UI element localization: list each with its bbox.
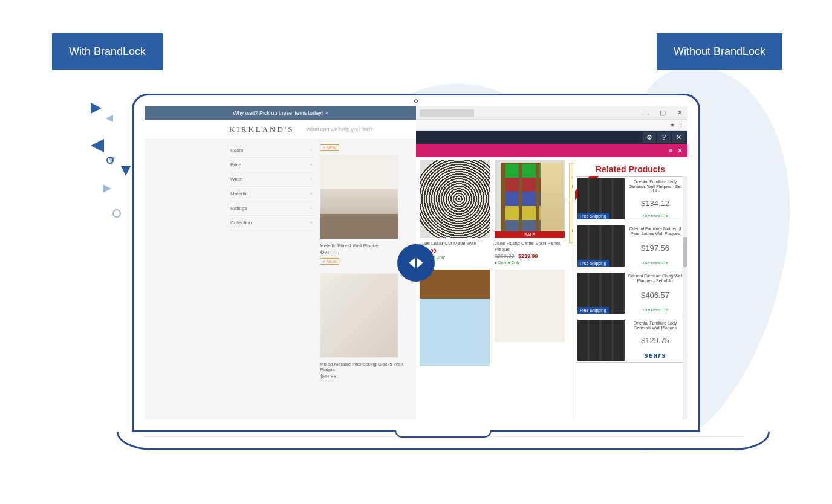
filter-row[interactable]: Price+ [229,158,314,172]
related-title: Oriental Furniture Mother of Pearl Ladie… [627,227,683,236]
close-icon[interactable]: ✕ [672,132,685,143]
product-strike-price: $260.99 [495,253,515,259]
product-image[interactable] [320,273,398,358]
product-title: Mixed Metallic Interlocking Blocks Wall … [320,361,410,372]
shop-logo[interactable]: KIRKLAND'S [229,124,294,134]
close-icon[interactable]: ✕ [677,147,683,155]
related-heading: Related Products [576,164,685,174]
without-brandlock-label: Without BrandLock [657,33,782,70]
new-chip: + NEW [320,258,339,265]
gear-icon[interactable]: ⚙ [643,132,656,143]
related-thumb [577,320,625,361]
injected-related-sidebar: Related Products Best Value Oriental Fur… [573,161,687,419]
product-image[interactable] [320,155,398,239]
shop-header: KIRKLAND'S What can we help you find? [145,120,416,140]
related-price: $197.56 [627,244,683,253]
product-card[interactable] [495,270,565,366]
filter-row[interactable]: Collection+ [229,216,314,230]
svg-marker-2 [91,139,104,152]
product-card[interactable] [420,270,490,366]
with-brandlock-label: With BrandLock [52,33,163,70]
search-input[interactable]: What can we help you find? [306,126,373,132]
related-price: $134.12 [627,199,683,208]
browser-url-bar[interactable]: ★ ⋮ [416,120,687,131]
online-only-badge: Online Only [495,260,565,265]
related-title: Oriental Furniture Lady Generals Wall Pl… [627,179,683,193]
close-button[interactable]: ✕ [675,109,684,117]
adware-pink-bar: ⚭ ✕ [416,144,687,157]
product-title: …ue Laser Cut Metal Wall [420,241,490,247]
related-price: $406.57 [627,291,683,300]
sale-badge: SALE [495,231,565,238]
new-chip: + NEW [320,144,339,151]
product-price: $59.99 [320,250,410,256]
related-store: sears [627,351,683,360]
chevron-left-icon [409,258,415,268]
related-store: hayneedle [627,260,683,265]
free-shipping-badge: Free Shipping [577,260,609,267]
maximize-button[interactable]: ▢ [658,109,667,117]
svg-point-6 [107,157,113,163]
product-column: + NEW Metallic Forest Wall Plaque $59.99… [320,143,410,381]
svg-marker-1 [106,115,113,122]
with-brandlock-view: Why wait? Pick up these items today! > K… [145,106,416,419]
related-item[interactable]: Oriental Furniture Lady Generals Wall Pl… [576,318,685,363]
laptop-notch [395,430,492,438]
related-item[interactable]: Best Value Oriental Furniture Lady Gener… [576,176,685,221]
product-title: Jade Rustic Cattle Stain Panel Plaque [495,241,565,252]
minimize-button[interactable]: — [642,109,650,117]
filter-row[interactable]: Room+ [229,143,314,158]
scrollbar[interactable] [683,176,687,419]
svg-marker-5 [103,184,111,193]
related-item[interactable]: Oriental Furniture Mother of Pearl Ladie… [576,224,685,268]
filter-row[interactable]: Width+ [229,172,314,187]
laptop-camera [414,99,418,103]
link-icon[interactable]: ⚭ [668,147,674,155]
star-icon[interactable]: ★ [670,122,675,128]
svg-marker-0 [91,103,102,114]
filter-sidebar: Room+ Price+ Width+ Material+ Ratings+ C… [229,143,314,381]
browser-titlebar: — ▢ ✕ [416,106,687,120]
product-title: Metallic Forest Wall Plaque [320,243,410,248]
product-card[interactable]: SALE Jade Rustic Cattle Stain Panel Plaq… [495,160,565,265]
free-shipping-badge: Free Shipping [577,213,609,219]
related-item[interactable]: Oriental Furniture Ching Wall Plaques - … [576,271,685,315]
browser-tab[interactable] [420,109,474,117]
promo-bar[interactable]: Why wait? Pick up these items today! > [145,106,416,120]
product-price: $99.99 [320,373,410,380]
related-store: hayneedle [627,307,683,312]
laptop-frame: Why wait? Pick up these items today! > K… [117,94,715,450]
related-store: hayneedle [627,213,683,218]
chevron-right-icon [417,258,423,268]
filter-row[interactable]: Ratings+ [229,201,314,216]
filter-row[interactable]: Material+ [229,187,314,201]
comparison-slider-handle[interactable] [397,244,435,282]
free-shipping-badge: Free Shipping [577,307,609,314]
product-card[interactable]: …ue Laser Cut Metal Wall $66.99 Online O… [420,160,490,265]
related-title: Oriental Furniture Lady Generals Wall Pl… [627,321,683,330]
product-price: $239.99 [518,253,538,259]
related-price: $129.75 [627,336,683,345]
related-title: Oriental Furniture Ching Wall Plaques - … [627,274,683,283]
adware-extension-bar: ⚙ ? ✕ [416,131,687,144]
without-brandlock-view: — ▢ ✕ ★ ⋮ ⚙ ? ✕ ⚭ ✕ Deals [416,106,687,419]
help-icon[interactable]: ? [657,132,671,143]
menu-icon[interactable]: ⋮ [678,122,684,128]
